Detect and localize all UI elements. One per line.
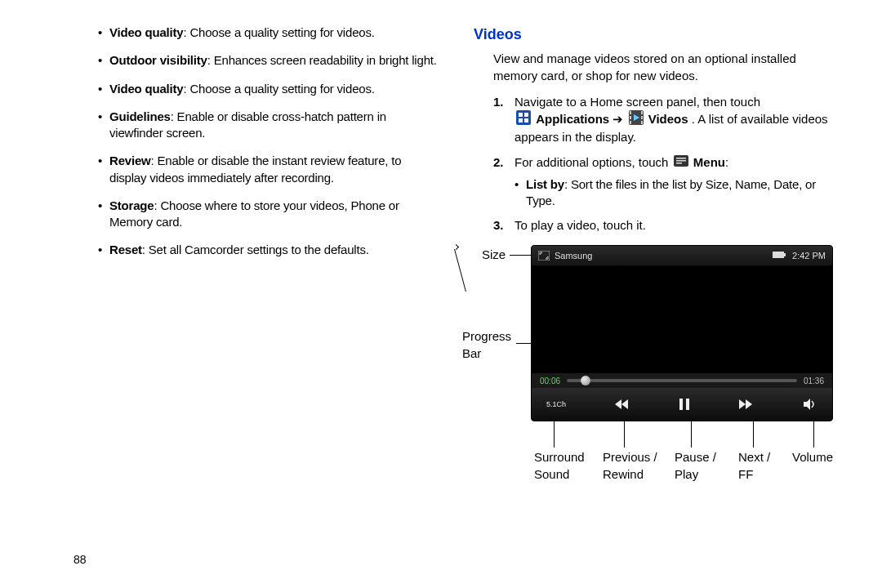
step-number: 2. [493,154,504,171]
clock-text: 2:42 PM [792,250,826,262]
svg-marker-21 [615,399,621,409]
applications-label: Applications [536,112,609,126]
callout-next: Next / FF [738,449,770,483]
step-item: 2. For additional options, touch Menu: L… [493,154,841,210]
callout-label: Progress [462,329,511,343]
svg-rect-7 [630,116,631,119]
setting-term: Outdoor visibility [109,53,207,67]
setting-term: Guidelines [109,109,171,123]
svg-rect-1 [519,113,523,117]
player-brand: Samsung [538,250,773,262]
surround-button[interactable]: 5.1Ch [546,401,566,408]
svg-rect-3 [519,118,523,122]
svg-rect-18 [773,252,784,258]
callout-pause: Pause / Play [675,449,716,483]
setting-item: Outdoor visibility: Enhances screen read… [98,52,441,69]
callout-line [510,255,531,256]
callout-volume: Volume [792,449,833,466]
callout-line [753,420,754,448]
applications-icon [516,110,531,129]
progress-thumb[interactable] [581,376,590,385]
svg-rect-0 [516,110,531,125]
setting-item: Video quality: Choose a quality setting … [98,24,441,41]
player-controls: 5.1Ch [532,388,832,421]
svg-rect-16 [676,163,682,164]
setting-term: Video quality [109,25,183,39]
svg-rect-10 [641,116,643,119]
elapsed-time: 00:06 [540,376,560,387]
next-button[interactable] [737,398,755,411]
svg-rect-4 [524,118,528,122]
setting-desc: : Choose a quality setting for videos. [183,25,374,39]
svg-rect-15 [676,160,686,162]
svg-rect-9 [641,111,643,114]
callout-progress: Progress Bar [462,328,511,362]
progress-bar[interactable]: 00:06 01:36 [532,373,832,388]
step-number: 3. [493,217,504,234]
callout-label: Rewind [603,467,644,481]
svg-rect-14 [676,158,686,159]
svg-rect-2 [524,113,528,117]
callout-line [550,420,557,421]
step-item: 3. To play a video, touch it. [493,217,841,234]
volume-button[interactable] [803,398,817,411]
callout-label: Bar [462,346,481,360]
callout-label: Next / [738,450,770,464]
callout-label: FF [738,467,753,481]
callout-previous: Previous / Rewind [603,449,657,483]
surround-text: 5.1Ch [546,401,566,408]
duration-time: 01:36 [804,376,824,387]
setting-term: Review [109,154,151,167]
callout-line [691,420,692,448]
setting-item: Reset: Set all Camcorder settings to the… [98,242,441,258]
callout-line [688,420,694,421]
svg-rect-22 [679,399,683,410]
step-number: 1. [493,94,504,110]
step2-sub-bullet: List by: Sort the files in the list by S… [514,176,841,210]
callout-label: Volume [792,450,833,464]
page-number: 88 [74,552,87,568]
setting-item: Review: Enable or disable the instant re… [98,153,441,186]
setting-desc: : Choose where to store your videos, Pho… [109,198,399,229]
battery-icon [773,250,787,262]
left-column: Video quality: Choose a quality setting … [74,24,441,572]
steps-list: 1. Navigate to a Home screen panel, then… [493,94,841,234]
videos-icon [629,110,644,129]
svg-rect-23 [686,399,689,410]
size-icon[interactable] [538,251,550,261]
svg-rect-6 [630,111,631,114]
callout-line [810,420,817,421]
setting-desc: : Enhances screen readability in bright … [207,53,437,67]
pause-button[interactable] [678,398,691,411]
progress-track[interactable] [567,379,797,382]
camcorder-settings-list: Video quality: Choose a quality setting … [98,24,441,259]
callout-surround: Surround Sound [534,449,585,483]
arrow-text: ➔ [612,112,626,126]
callout-line [554,420,555,448]
svg-marker-24 [739,399,746,409]
callout-label: Size [482,247,506,261]
video-area[interactable] [532,265,832,373]
callout-line [750,420,756,421]
previous-button[interactable] [613,398,631,411]
callout-label: Pause / [675,450,716,464]
svg-rect-19 [784,253,786,256]
step-item: 1. Navigate to a Home screen panel, then… [493,94,841,146]
setting-item: Storage: Choose where to store your vide… [98,198,441,231]
menu-icon [674,154,688,171]
callout-label: Surround [534,450,585,464]
callout-line [813,420,814,448]
brand-text: Samsung [555,250,592,262]
svg-marker-25 [746,399,752,409]
callout-line [516,343,531,344]
step3-text: To play a video, touch it. [514,218,646,232]
setting-term: Video quality [109,82,183,96]
intro-text: View and manage videos stored on an opti… [493,51,841,84]
player-figure: Size Progress Bar Samsung [454,245,822,292]
callout-label: Play [675,467,698,481]
callout-line [621,420,627,421]
callout-line [454,249,467,292]
callout-label: Previous / [603,450,657,464]
step1-text-a: Navigate to a Home screen panel, then to… [514,95,760,109]
video-player: Samsung 2:42 PM 00:06 01:36 5.1Ch [531,245,833,421]
